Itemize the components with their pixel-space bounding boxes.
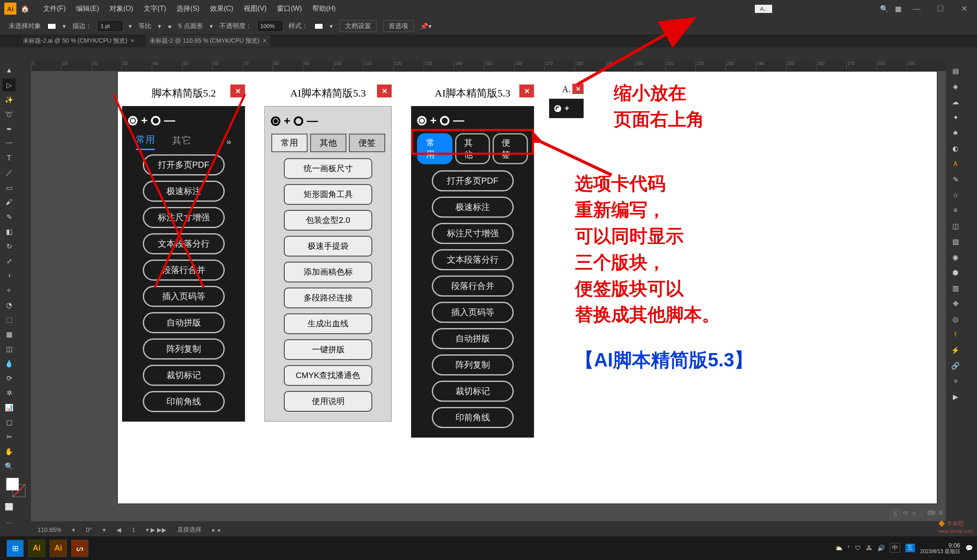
menu-help[interactable]: 帮助(H)	[312, 4, 336, 13]
menu-effect[interactable]: 效果(C)	[210, 4, 233, 13]
align-icon[interactable]: ▥	[949, 282, 962, 294]
ime-half[interactable]: ゥ	[911, 510, 917, 519]
panel-53-light-tab-other[interactable]: 其他	[310, 134, 346, 152]
asset-export-icon[interactable]: ✦	[949, 111, 962, 124]
direct-selection-tool-icon[interactable]: ▷	[3, 78, 16, 91]
tray-volume-icon[interactable]: 🔊	[877, 544, 885, 551]
panel-53-light-tab-common[interactable]: 常用	[271, 134, 308, 152]
panel-53-light-close-button[interactable]: ✕	[377, 84, 392, 97]
tray-chevron-up-icon[interactable]: ꜛ	[848, 544, 850, 551]
zoom-level[interactable]: 110.65%	[38, 526, 61, 533]
eyedropper-tool-icon[interactable]: 💧	[3, 357, 16, 370]
menu-window[interactable]: 窗口(W)	[277, 4, 302, 13]
btn-unify-artboard[interactable]: 统一画板尺寸	[284, 158, 372, 179]
gradient-tool-icon[interactable]: ◫	[3, 342, 16, 355]
btn-multi-path-join[interactable]: 多段路径连接	[284, 288, 372, 308]
radio-on-icon[interactable]	[417, 116, 427, 125]
shape-builder-icon[interactable]: ◔	[3, 298, 16, 311]
stroke-panel-icon[interactable]: ≡	[949, 204, 962, 217]
btn-manual[interactable]: 使用说明	[284, 391, 372, 412]
home-icon[interactable]: 🏠	[21, 5, 29, 13]
menu-edit[interactable]: 编辑(E)	[76, 4, 99, 13]
radio-off-icon[interactable]	[440, 116, 449, 125]
transparency-icon[interactable]: ▨	[949, 235, 962, 248]
btn-crop-marks-2[interactable]: 裁切标记	[432, 381, 514, 402]
gradient-panel-icon[interactable]: ◫	[949, 219, 962, 232]
links-icon[interactable]: 🔗	[949, 359, 962, 372]
prefs-button[interactable]: 首选项	[383, 20, 414, 32]
btn-paragraph-merge[interactable]: 段落行合并	[143, 260, 225, 281]
graphic-styles-icon[interactable]: ⬢	[949, 266, 962, 279]
properties-icon[interactable]: ▤	[949, 64, 962, 77]
btn-bleed-line[interactable]: 生成出血线	[284, 313, 372, 334]
ime-mode-1[interactable]: 五	[890, 510, 900, 519]
btn-insert-page-number[interactable]: 插入页码等	[143, 286, 225, 307]
taskbar-ai-icon[interactable]: Ai	[28, 540, 45, 557]
rectangle-tool-icon[interactable]: ▭	[3, 181, 16, 194]
menu-view[interactable]: 视图(V)	[244, 4, 267, 13]
swatches-icon[interactable]: Ａ	[949, 157, 962, 170]
radio-on-icon[interactable]	[554, 105, 561, 112]
btn-one-click-impose[interactable]: 一键拼版	[284, 339, 372, 360]
ime-punct[interactable]: ，	[919, 510, 925, 519]
pathfinder-icon[interactable]: ◎	[949, 313, 962, 325]
tray-network-icon[interactable]: 🖧	[866, 544, 872, 551]
radio-off-icon[interactable]	[294, 116, 303, 126]
tray-ime-wubi-icon[interactable]: 五	[905, 544, 915, 552]
btn-rect-round[interactable]: 矩形圆角工具	[284, 184, 372, 205]
pen-tool-icon[interactable]: ✒	[3, 122, 16, 135]
layers-icon[interactable]: ◈	[949, 80, 962, 93]
btn-cmyk-find-pantone[interactable]: CMYK查找潘通色	[284, 365, 372, 386]
rotate-value[interactable]: 0°	[86, 526, 91, 533]
perspective-icon[interactable]: ⬚	[3, 313, 16, 326]
color-icon[interactable]: ◐	[949, 142, 962, 155]
tray-shield-icon[interactable]: 🛡	[855, 544, 861, 551]
btn-paragraph-merge-2[interactable]: 段落行合并	[432, 275, 514, 297]
btn-array-copy-2[interactable]: 阵列复制	[432, 354, 514, 375]
line-tool-icon[interactable]: ／	[3, 166, 16, 179]
radio-off-icon[interactable]	[151, 116, 160, 125]
btn-prepress-corner-2[interactable]: 印前角线	[432, 407, 514, 428]
brush-label[interactable]: 5 点圆形	[178, 22, 203, 30]
panel-53-light-tab-notes[interactable]: 便签	[349, 134, 385, 152]
doc-tab-1[interactable]: 未标题-2.ai @ 50 % (CMYK/CPU 预览) ×	[19, 35, 138, 47]
navigator-icon[interactable]: ▶	[949, 390, 962, 403]
windows-start-icon[interactable]: ⊞	[6, 540, 24, 557]
ime-keyboard-icon[interactable]: ⌨	[927, 510, 936, 519]
brushes-icon[interactable]: ✎	[949, 173, 962, 186]
libraries-icon[interactable]: ☁	[949, 95, 962, 108]
curvature-tool-icon[interactable]: 〰	[3, 137, 16, 150]
graph-tool-icon[interactable]: 📊	[3, 401, 16, 414]
maximize-icon[interactable]: ☐	[932, 4, 949, 13]
blend-tool-icon[interactable]: ⟳	[3, 372, 16, 385]
lasso-icon[interactable]: ➰	[3, 108, 16, 121]
slice-tool-icon[interactable]: ✂	[3, 430, 16, 443]
mesh-tool-icon[interactable]: ▦	[3, 328, 16, 341]
menu-object[interactable]: 对象(O)	[110, 4, 133, 13]
btn-insert-page-number-2[interactable]: 插入页码等	[432, 302, 514, 323]
tray-weather-icon[interactable]: ⛅	[835, 544, 842, 551]
ime-settings-icon[interactable]: ⚙	[938, 510, 943, 519]
eraser-tool-icon[interactable]: ◧	[3, 225, 16, 238]
symbols-icon[interactable]: ☆	[949, 188, 962, 201]
panel-52-tab-other[interactable]: 其它	[172, 134, 191, 150]
canvas[interactable]: 脚本精简版5.2 ✕ + — 常用 其它 » 打开多页PDF 极速标注 标注尺寸…	[31, 71, 946, 521]
history-icon[interactable]: ｆ	[949, 328, 962, 341]
arrange-icon[interactable]: ▦	[895, 5, 902, 13]
btn-crop-marks[interactable]: 裁切标记	[143, 365, 225, 386]
opacity-input[interactable]	[258, 22, 282, 31]
zoom-tool-icon[interactable]: 🔍	[3, 460, 16, 472]
page-number[interactable]: 1	[132, 526, 135, 533]
close-icon[interactable]: ✕	[955, 4, 973, 13]
menu-select[interactable]: 选择(S)	[176, 4, 199, 13]
type-tool-icon[interactable]: T	[3, 152, 16, 165]
stroke-width-input[interactable]	[98, 22, 122, 31]
scale-tool-icon[interactable]: ⤢	[3, 254, 16, 267]
btn-open-multipage-pdf-2[interactable]: 打开多页PDF	[432, 170, 514, 191]
magic-wand-icon[interactable]: ✨	[3, 93, 16, 106]
width-tool-icon[interactable]: ⫞	[3, 269, 16, 282]
btn-auto-impose[interactable]: 自动拼版	[143, 312, 225, 333]
taskbar-ai-icon-2[interactable]: Ai	[50, 540, 67, 557]
fill-color[interactable]	[47, 23, 56, 29]
btn-auto-impose-2[interactable]: 自动拼版	[432, 328, 514, 349]
